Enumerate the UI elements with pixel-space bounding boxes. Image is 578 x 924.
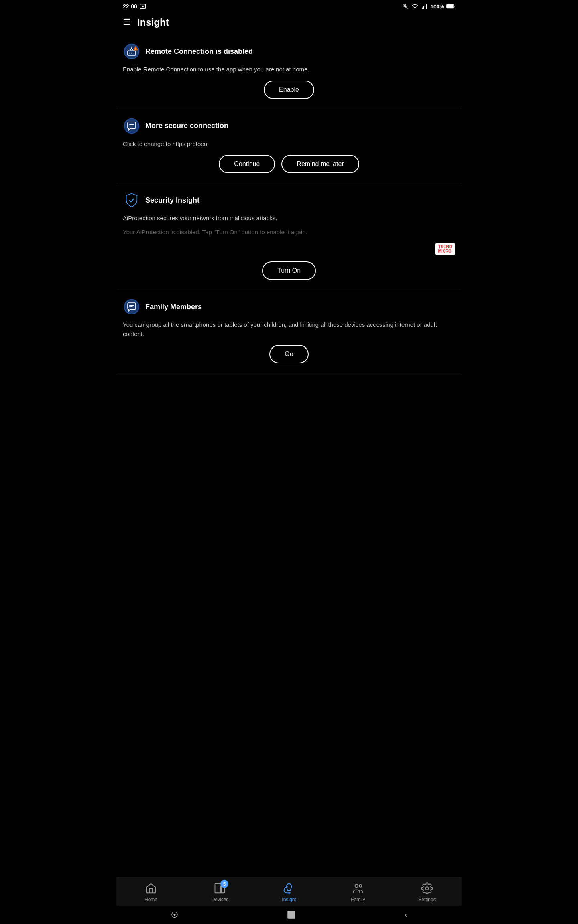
- chat-bubble-icon: [124, 118, 140, 134]
- wifi-icon: [411, 3, 419, 10]
- home-icon: [144, 881, 158, 895]
- svg-point-3: [415, 8, 415, 9]
- svg-rect-9: [454, 6, 454, 8]
- header: ☰ Insight: [116, 13, 462, 34]
- remind-later-button[interactable]: Remind me later: [281, 155, 359, 173]
- svg-rect-7: [426, 4, 427, 9]
- family-chat-icon: [124, 299, 140, 315]
- settings-icon: [420, 881, 434, 895]
- svg-point-30: [425, 887, 429, 890]
- shield-check-icon: [124, 192, 140, 208]
- mute-icon: [403, 3, 409, 10]
- svg-rect-5: [423, 6, 424, 9]
- router-warning-icon: !: [124, 43, 140, 59]
- secure-connection-section: More secure connection Click to change t…: [116, 109, 462, 184]
- family-members-desc: You can group all the smartphones or tab…: [123, 320, 455, 338]
- secure-connection-icon: [123, 117, 140, 135]
- nav-devices-label: Devices: [212, 897, 229, 902]
- devices-icon: 5: [213, 881, 227, 895]
- page-title: Insight: [137, 17, 169, 28]
- signal-icon: [421, 3, 428, 10]
- nav-settings-label: Settings: [418, 897, 436, 902]
- android-home-btn[interactable]: ⬜: [287, 910, 296, 919]
- svg-point-15: [134, 53, 135, 54]
- svg-point-29: [359, 885, 362, 887]
- security-insight-desc: AiProtection secures your network from m…: [123, 214, 455, 223]
- remote-connection-title: Remote Connection is disabled: [145, 47, 253, 56]
- status-icons: 100%: [403, 3, 455, 10]
- android-back-btn[interactable]: ‹: [405, 911, 407, 919]
- secure-connection-actions: Continue Remind me later: [123, 155, 455, 173]
- status-bar: 22:00 100%: [116, 0, 462, 13]
- remote-connection-section: ! Remote Connection is disabled Enable R…: [116, 34, 462, 109]
- svg-rect-10: [447, 5, 454, 8]
- svg-point-28: [355, 884, 358, 888]
- secure-connection-title: More secure connection: [145, 122, 228, 130]
- nav-insight-label: Insight: [282, 897, 296, 902]
- security-insight-header: Security Insight: [123, 191, 455, 209]
- security-insight-title: Security Insight: [145, 196, 199, 205]
- bottom-nav: Home 5 Devices Insight: [116, 877, 462, 906]
- family-members-section: Family Members You can group all the sma…: [116, 290, 462, 373]
- android-nav: ⦿ ⬜ ‹: [116, 906, 462, 924]
- nav-settings[interactable]: Settings: [393, 881, 462, 902]
- nav-family-label: Family: [351, 897, 365, 902]
- nav-family[interactable]: Family: [324, 881, 393, 902]
- svg-rect-4: [422, 8, 423, 9]
- remote-connection-icon: !: [123, 43, 140, 60]
- svg-text:!: !: [135, 47, 136, 50]
- svg-point-13: [129, 53, 130, 54]
- devices-badge: 5: [220, 880, 228, 888]
- nav-home-label: Home: [144, 897, 157, 902]
- svg-point-11: [124, 44, 139, 59]
- remote-connection-actions: Enable: [123, 81, 455, 99]
- android-menu-btn[interactable]: ⦿: [171, 911, 178, 919]
- battery-text: 100%: [431, 4, 444, 10]
- secure-connection-header: More secure connection: [123, 117, 455, 135]
- trend-micro-logo: TREND MICRO: [123, 243, 455, 255]
- security-insight-section: Security Insight AiProtection secures yo…: [116, 183, 462, 290]
- family-members-header: Family Members: [123, 298, 455, 316]
- security-insight-warning: Your AiProtection is disabled. Tap "Turn…: [123, 228, 455, 237]
- remote-connection-header: ! Remote Connection is disabled: [123, 43, 455, 60]
- time: 22:00: [123, 3, 137, 10]
- main-content: ! Remote Connection is disabled Enable R…: [116, 34, 462, 877]
- nav-insight[interactable]: Insight: [254, 881, 324, 902]
- continue-button[interactable]: Continue: [219, 155, 275, 173]
- svg-point-1: [142, 6, 144, 7]
- menu-button[interactable]: ☰: [123, 17, 131, 28]
- screenshot-icon: [140, 3, 146, 10]
- battery-icon: [446, 4, 455, 9]
- enable-button[interactable]: Enable: [264, 81, 314, 99]
- security-insight-actions: Turn On: [123, 261, 455, 280]
- family-icon: [351, 881, 365, 895]
- svg-rect-6: [425, 5, 425, 9]
- remote-connection-desc: Enable Remote Connection to use the app …: [123, 65, 455, 74]
- status-time: 22:00: [123, 3, 146, 10]
- family-members-actions: Go: [123, 345, 455, 363]
- go-button[interactable]: Go: [269, 345, 308, 363]
- security-insight-icon: [123, 191, 140, 209]
- insight-icon: [282, 881, 296, 895]
- svg-point-14: [131, 53, 132, 54]
- family-members-icon: [123, 298, 140, 316]
- secure-connection-desc: Click to change to https protocol: [123, 140, 455, 149]
- nav-devices[interactable]: 5 Devices: [185, 881, 254, 902]
- turn-on-button[interactable]: Turn On: [262, 261, 316, 280]
- nav-home[interactable]: Home: [116, 881, 185, 902]
- family-members-title: Family Members: [145, 303, 202, 311]
